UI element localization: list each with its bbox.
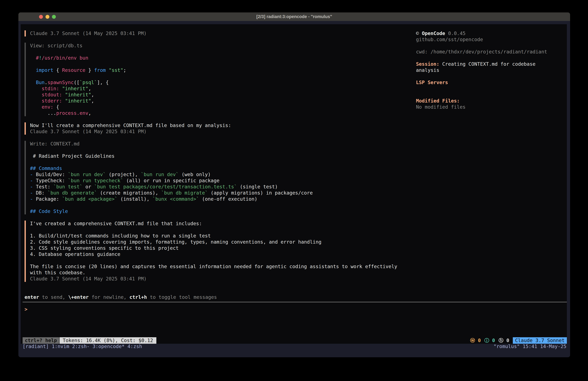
text-segment: (project), [106, 172, 141, 177]
text-segment: (all) or run in specific package [123, 178, 219, 183]
text-segment: (install), [117, 196, 152, 202]
text-segment: Package: [36, 196, 62, 202]
text-segment: Session: [416, 61, 439, 67]
tmux-window-1nvim[interactable]: 1:nvim [52, 344, 69, 349]
text-segment: `psql` [80, 80, 97, 85]
minimize-button[interactable] [45, 15, 49, 19]
text-segment: Claude 3.7 Sonnet (14 May 2025 03:41 PM) [30, 276, 147, 282]
text-segment: ctrl+h [129, 294, 147, 300]
text-segment: # Radiant Project Guidelines [30, 153, 115, 159]
message-line: Claude 3.7 Sonnet (14 May 2025 03:41 PM) [30, 276, 413, 282]
text-segment: OpenCode [422, 30, 445, 36]
sidebar-line: © OpenCode 0.0.45 [416, 30, 566, 37]
text-segment: for newline, [89, 294, 129, 300]
text-segment: `bunx <command>` [152, 196, 199, 202]
text-segment [30, 55, 36, 61]
text-segment: `bun add <package>` [62, 196, 117, 202]
text-segment: Claude 3.7 Sonnet (14 May 2025 03:41 PM) [30, 129, 147, 134]
text-segment: env: [42, 104, 56, 110]
message-block: I've created a comprehensive CONTEXT.md … [24, 221, 413, 282]
tmux-window-3opencode[interactable]: 3:opencode* [92, 344, 125, 349]
tool-line: Bun.spawnSync([`psql`], { [30, 79, 413, 86]
text-segment [30, 86, 42, 91]
tool-line [30, 202, 413, 208]
text-segment: github.com/sst/opencode [416, 37, 483, 42]
tool-line: - Test: `bun test` or `bun test packages… [30, 184, 413, 190]
window-titlebar[interactable]: [2/3] radiant:3:opencode - "romulus" [18, 12, 570, 21]
text-segment: `bun db migrate` [161, 190, 208, 196]
text-segment: ([ [74, 80, 80, 85]
message-line: The file is concise (20 lines) and captu… [30, 264, 413, 269]
help-button[interactable]: ctrl+? help [22, 337, 59, 344]
tmux-window-4zsh[interactable]: 4:zsh [127, 344, 142, 349]
text-segment: import [36, 67, 53, 73]
text-segment: \+enter [68, 294, 89, 300]
message-line: 1. Build/lint/test commands including ho… [30, 233, 413, 239]
text-segment: , [91, 92, 94, 97]
message-line [30, 257, 413, 264]
sidebar-line: LSP Servers [416, 79, 566, 86]
sidebar-line: No modified files [416, 104, 566, 110]
text-segment: `bun test` [53, 184, 83, 190]
text-segment: (apply migrations) in packages/core [208, 190, 313, 196]
text-segment: `bun test packages/core/test/transaction… [94, 184, 237, 190]
text-segment: "inherit" [62, 86, 88, 91]
close-button[interactable] [39, 15, 43, 19]
text-segment: } [85, 67, 94, 73]
message-block: Now I'll create a comprehensive CONTEXT.… [24, 122, 413, 135]
text-segment: DB: [36, 190, 47, 196]
text-segment: from [94, 67, 106, 73]
text-segment: stdin: [42, 86, 62, 91]
tool-line: Write: CONTEXT.md [30, 141, 413, 147]
text-segment: LSP Servers [416, 80, 448, 85]
text-segment: Claude 3.7 Sonnet (14 May 2025 03:41 PM) [30, 30, 147, 36]
text-segment: { [53, 67, 62, 73]
text-segment: `bun run dev` [141, 172, 179, 177]
zoom-button[interactable] [52, 15, 56, 19]
text-segment: { [56, 104, 59, 110]
tmux-session-name: [radiant] [22, 344, 52, 349]
traffic-lights [39, 12, 56, 21]
model-selector[interactable]: Claude 3.7 Sonnet [513, 337, 567, 344]
text-segment: Bun [36, 80, 44, 85]
text-segment: ! [39, 55, 42, 61]
text-segment: ## Code Style [30, 208, 68, 214]
text-segment: stderr: [42, 98, 65, 104]
message-line: Now I'll create a comprehensive CONTEXT.… [30, 122, 413, 129]
message-line: 2. Code style guidelines covering import… [30, 239, 413, 245]
message-line [30, 227, 413, 233]
text-segment: ... [30, 110, 56, 116]
message-line: Claude 3.7 Sonnet (14 May 2025 03:41 PM) [30, 30, 413, 37]
text-segment: View: script/db.ts [30, 43, 83, 48]
tool-line: import { Resource } from "sst"; [30, 67, 413, 73]
tool-line: - Build/Dev: `bun run dev` (project), `b… [30, 171, 413, 178]
message-block: Claude 3.7 Sonnet (14 May 2025 03:41 PM) [24, 30, 413, 37]
text-segment: (web only) [179, 172, 211, 177]
text-segment: I've created a comprehensive CONTEXT.md … [30, 221, 202, 226]
tool-line: env: { [30, 104, 413, 110]
tool-line [30, 73, 413, 79]
tokens-cost-label: Tokens: 16.4K (8%), Cost: $0.12 [60, 337, 156, 344]
text-segment: stdout: [42, 92, 65, 97]
text-segment: or [83, 184, 94, 190]
opencode-app: Claude 3.7 Sonnet (14 May 2025 03:41 PM)… [21, 24, 567, 344]
text-segment: - [30, 172, 36, 177]
sidebar-line: cwd: /home/thdxr/dev/projects/radiant/ra… [416, 49, 566, 55]
text-segment: Creating CONTEXT.md for codebase [439, 61, 536, 67]
text-segment: "inherit" [65, 92, 91, 97]
sidebar: © OpenCode 0.0.45github.com/sst/opencode… [416, 30, 566, 110]
tool-line [30, 49, 413, 55]
tool-line: # Radiant Project Guidelines [30, 153, 413, 159]
tool-line: ## Code Style [30, 208, 413, 214]
tmux-windows: [radiant] 1:nvim2:zsh-3:opencode*4:zsh [22, 343, 145, 350]
text-segment: to send, [39, 294, 68, 300]
text-segment: Test: [36, 184, 53, 190]
desktop: [2/3] radiant:3:opencode - "romulus" Cla… [0, 0, 588, 381]
tool-line: - TypeCheck: `bun run typecheck` (all) o… [30, 178, 413, 184]
text-segment: - [30, 178, 36, 183]
text-segment: The file is concise (20 lines) and captu… [30, 264, 397, 269]
message-input[interactable]: > [21, 302, 567, 337]
tmux-window-2zsh[interactable]: 2:zsh- [72, 344, 89, 349]
text-segment: "sst" [109, 67, 123, 73]
text-segment: , [88, 110, 91, 116]
